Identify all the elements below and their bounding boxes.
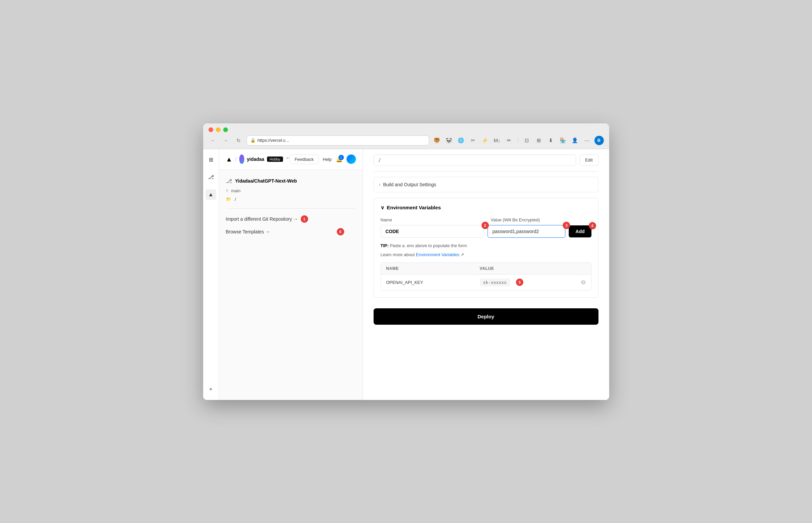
divider-slash: / [235, 156, 237, 163]
table-name-header: NAME [386, 266, 480, 271]
env-value-wrapper: sk-xxxxxx 5 [480, 278, 581, 286]
name-column-label: Name [381, 217, 484, 222]
path-row: Edit [374, 149, 599, 172]
download-icon[interactable]: ⬇ [546, 136, 556, 145]
markdown-icon[interactable]: M↓ [493, 136, 502, 145]
branch-icon: ⑂ [226, 188, 229, 193]
top-bar-actions: Feedback Help 🔔 1 [290, 155, 356, 164]
project-switcher-button[interactable]: ⌃ [286, 157, 290, 162]
add-env-button[interactable]: Add [569, 226, 591, 237]
extension-icon-3[interactable]: 🌐 [456, 136, 466, 145]
import-git-link[interactable]: Import a different Git Repository → [226, 216, 298, 222]
browse-templates-link[interactable]: Browse Templates → [226, 229, 270, 234]
extension-icon-2[interactable]: 🐼 [445, 136, 454, 145]
pages-icon-button[interactable]: ⊞ [206, 155, 216, 165]
project-avatar [239, 155, 244, 164]
remove-env-button[interactable]: ⊖ [581, 278, 586, 286]
top-bar: ▲ / yidadaa Hobby ⌃ Feedback Help 🔔 1 [219, 149, 362, 170]
env-section-title: Environment Variables [387, 205, 441, 210]
branch-item: ⑂ main [226, 188, 356, 193]
root-path-input[interactable] [374, 155, 577, 166]
dir-path: ./ [234, 197, 236, 202]
cut-icon[interactable]: ✂ [469, 136, 478, 145]
user-avatar[interactable] [346, 155, 356, 164]
learn-more-prefix: Learn more about [381, 252, 416, 257]
more-options-icon[interactable]: ⋯ [582, 136, 592, 145]
repo-name-link[interactable]: Yidadaa/ChatGPT-Next-Web [235, 178, 297, 184]
build-settings-header[interactable]: › Build and Output Settings [374, 177, 598, 192]
env-input-row: 2 3 Add 4 [381, 225, 591, 238]
env-tip: TIP: Paste a .env above to populate the … [381, 243, 591, 248]
edit-path-button[interactable]: Edit [580, 155, 598, 165]
step-6-badge: 6 [337, 228, 344, 235]
extension-icon-5[interactable]: ✏ [505, 136, 514, 145]
external-link-icon: ↗ [460, 252, 464, 257]
folder-icon: 📁 [226, 197, 231, 202]
traffic-lights [208, 127, 604, 132]
address-bar[interactable]: 🔒 https://vercel.c... [247, 136, 429, 145]
env-key-name: OPENAI_API_KEY [386, 280, 480, 285]
step-3-badge: 3 [563, 222, 570, 229]
extension-icon-4[interactable]: ⚡ [480, 136, 490, 145]
deploy-button[interactable]: Deploy [374, 308, 599, 325]
value-column-label: Value (Will Be Encrypted) [491, 217, 540, 222]
dir-item: 📁 ./ [226, 197, 356, 202]
chevron-right-icon: › [379, 182, 381, 187]
minus-circle-icon: ⊖ [581, 278, 586, 286]
lock-icon: 🔒 [250, 138, 256, 143]
branch-name: main [231, 188, 241, 193]
env-table-header: NAME VALUE [381, 263, 591, 274]
notification-badge: 1 [339, 155, 344, 160]
extensions-icon[interactable]: ⊞ [534, 136, 544, 145]
chevron-down-icon: ∨ [381, 205, 384, 211]
left-panel: ▲ / yidadaa Hobby ⌃ Feedback Help 🔔 1 [219, 149, 363, 400]
browser-icons: 🐯 🐼 🌐 ✂ ⚡ M↓ ✏ ⊡ ⊞ ⬇ 🏪 👤 ⋯ B [432, 136, 604, 145]
env-key-value: sk-xxxxxx [480, 278, 510, 286]
refresh-button[interactable]: ↻ [234, 136, 243, 145]
browser-chrome: ← → ↻ 🔒 https://vercel.c... 🐯 🐼 🌐 ✂ ⚡ M↓… [203, 123, 609, 149]
env-variables-section: ∨ Environment Variables Name Value (Will… [374, 198, 599, 297]
env-value-input[interactable] [488, 225, 566, 238]
table-value-header: VALUE [480, 266, 494, 271]
left-content: ⎇ Yidadaa/ChatGPT-Next-Web ⑂ main 📁 ./ I… [219, 170, 362, 244]
deploy-icon-button[interactable]: ▲ [206, 189, 216, 200]
env-table: NAME VALUE OPENAI_API_KEY sk-xxxxxx 5 ⊖ [381, 263, 591, 291]
browser-toolbar: ← → ↻ 🔒 https://vercel.c... 🐯 🐼 🌐 ✂ ⚡ M↓… [208, 136, 604, 149]
fullscreen-traffic-light[interactable] [223, 127, 228, 132]
extension-icon-1[interactable]: 🐯 [432, 136, 442, 145]
hobby-badge: Hobby [267, 157, 283, 162]
vercel-logo: ▲ [226, 156, 232, 163]
step-4-badge: 4 [589, 222, 596, 229]
icon-sidebar: ⊞ ⎇ ▲ + [203, 149, 219, 400]
close-traffic-light[interactable] [208, 127, 213, 132]
learn-more-text: Learn more about Environment Variables ↗ [381, 252, 591, 257]
store-icon[interactable]: 🏪 [559, 136, 568, 145]
build-settings-accordion: › Build and Output Settings [374, 177, 599, 192]
notifications-button[interactable]: 🔔 1 [336, 156, 342, 163]
separator [226, 208, 356, 209]
step-2-badge: 2 [481, 222, 489, 229]
add-icon-button[interactable]: + [206, 384, 216, 395]
bing-icon[interactable]: B [594, 136, 604, 145]
github-repo-icon: ⎇ [226, 178, 232, 184]
tip-label: TIP: [381, 243, 389, 248]
step-5-badge: 5 [516, 278, 523, 286]
forward-button[interactable]: → [221, 136, 230, 145]
help-link[interactable]: Help [323, 157, 332, 162]
repo-item: ⎇ Yidadaa/ChatGPT-Next-Web [226, 178, 356, 184]
table-row: OPENAI_API_KEY sk-xxxxxx 5 ⊖ [381, 274, 591, 290]
url-text: https://vercel.c... [258, 138, 289, 143]
user-profile-icon[interactable]: 👤 [570, 136, 580, 145]
tip-text: Paste a .env above to populate the form [390, 243, 467, 248]
github-icon-button[interactable]: ⎇ [206, 172, 216, 183]
step-1-badge: 1 [301, 215, 308, 223]
feedback-button[interactable]: Feedback [290, 155, 319, 164]
env-name-input[interactable] [381, 225, 484, 238]
back-button[interactable]: ← [208, 136, 218, 145]
app-container: ⊞ ⎇ ▲ + ▲ / yidadaa Hobby ⌃ Feedback Hel… [203, 149, 609, 400]
minimize-traffic-light[interactable] [216, 127, 221, 132]
split-view-icon[interactable]: ⊡ [522, 136, 532, 145]
build-settings-label: Build and Output Settings [383, 182, 436, 187]
env-variables-link[interactable]: Environment Variables [416, 252, 459, 257]
project-name: yidadaa [247, 157, 264, 162]
